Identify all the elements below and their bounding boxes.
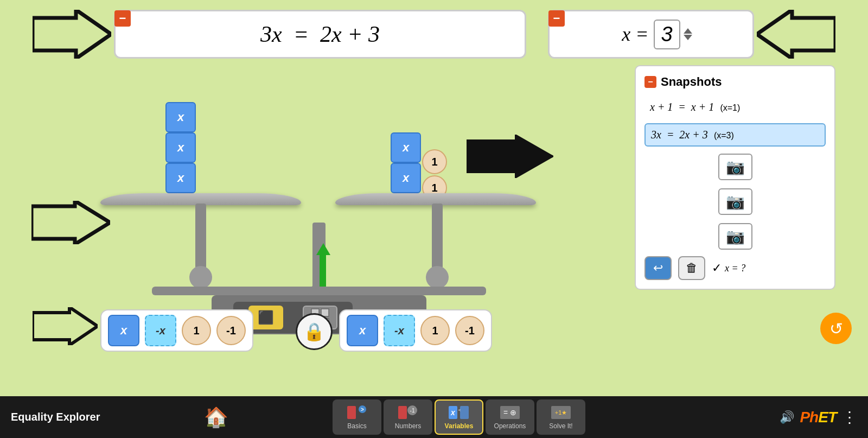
toolbar-left-x[interactable]: x [108, 315, 139, 346]
snapshots-panel: − Snapshots x + 1 = x + 1 (x=1) 3x = 2x … [635, 65, 835, 290]
scale-right-x2[interactable]: x [391, 132, 421, 163]
bottom-bar: Equality Explorer 🏠 > Basics -1 Numbers [0, 396, 868, 438]
spinner-arrows [684, 28, 692, 40]
check-x-label: ✓ x = ? [712, 261, 745, 275]
snapshots-title: − Snapshots [644, 75, 826, 89]
spinner-up[interactable] [684, 28, 692, 34]
tab-numbers[interactable]: -1 Numbers [384, 399, 432, 435]
tab-numbers-label: Numbers [395, 422, 422, 430]
main-equation-text: 3x = 2x + 3 [260, 21, 380, 47]
scale-left-x3[interactable]: x [165, 102, 196, 132]
delete-button[interactable]: 🗑 [678, 256, 705, 280]
scale-right-pillar [432, 204, 443, 269]
numbers-icon: -1 [397, 405, 419, 420]
minus-badge-left[interactable]: − [114, 10, 131, 27]
items-toolbar-left: x -x 1 -1 [100, 309, 253, 352]
svg-marker-3 [467, 135, 553, 178]
toolbar-right-one[interactable]: 1 [420, 316, 450, 345]
snapshot-empty-1: 📷 [644, 152, 826, 181]
toolbar-left-nx[interactable]: -x [145, 315, 176, 346]
svg-text:x: x [450, 408, 456, 417]
scale-up-arrow-head [316, 243, 330, 255]
snapshot-1-equation: x + 1 = x + 1 [650, 101, 714, 113]
solve-it-icon: +1★ [550, 405, 572, 420]
scale-right-one1[interactable]: 1 [422, 149, 447, 174]
tab-basics[interactable]: > Basics [333, 399, 381, 435]
items-toolbar-arrow [33, 307, 98, 347]
svg-text:+1★: +1★ [555, 409, 567, 416]
right-arrow [757, 10, 835, 61]
svg-text:<: < [458, 408, 461, 412]
tab-operations-label: Operations [494, 422, 526, 430]
x-value-spinner[interactable]: 3 [654, 20, 680, 49]
toolbar-left-one[interactable]: 1 [182, 316, 211, 345]
toolbar-right-nx[interactable]: -x [384, 315, 415, 346]
toolbar-right-x[interactable]: x [347, 315, 378, 346]
snapshots-title-text: Snapshots [661, 75, 722, 89]
tab-solve-it[interactable]: +1★ Solve It! [537, 399, 585, 435]
svg-text:>: > [361, 407, 364, 412]
svg-marker-2 [31, 201, 110, 244]
svg-rect-10 [347, 406, 356, 419]
svg-rect-18 [460, 406, 469, 419]
x-value-label: x = [622, 23, 653, 46]
snapshot-item-2[interactable]: 3x = 2x + 3 (x=3) [644, 123, 826, 147]
svg-marker-0 [33, 10, 111, 59]
variables-icon: x < [448, 405, 470, 420]
spinner-down[interactable] [684, 35, 692, 40]
toolbar-left-neg-one[interactable]: -1 [216, 316, 246, 345]
tab-solve-it-label: Solve It! [549, 422, 572, 430]
undo-button[interactable]: ↩ [644, 256, 672, 280]
sound-button[interactable]: 🔊 [780, 410, 794, 424]
main-equation-box: − 3x = 2x + 3 [114, 10, 526, 59]
scale-up-arrow-body [320, 255, 326, 287]
tab-operations[interactable]: = ⊕ Operations [486, 399, 534, 435]
svg-rect-13 [398, 406, 407, 419]
svg-text:-1: -1 [410, 408, 415, 414]
app-title: Equality Explorer [11, 411, 100, 423]
items-toolbar-right: x -x 1 -1 [339, 309, 492, 352]
toolbar-right-neg-one[interactable]: -1 [455, 316, 484, 345]
scale-left-arrow [31, 201, 110, 246]
scale-left-pillar [195, 204, 206, 269]
snapshots-footer: ↩ 🗑 ✓ x = ? [644, 256, 826, 280]
camera-btn-1[interactable]: 📷 [718, 154, 752, 180]
scale-left-x2[interactable]: x [165, 132, 196, 163]
scale-right-x1[interactable]: x [391, 163, 421, 193]
main-area: − 3x = 2x + 3 − x = 3 − Snapshots x + 1 … [0, 0, 868, 396]
svg-text:= ⊕: = ⊕ [503, 408, 516, 417]
operations-icon: = ⊕ [499, 405, 521, 420]
camera-btn-3[interactable]: 📷 [718, 223, 752, 250]
snapshot-2-annotation: (x=3) [714, 131, 734, 140]
scale-right-joint [426, 266, 449, 289]
scale-left-x1[interactable]: x [165, 163, 196, 193]
snapshot-2-equation: 3x = 2x + 3 [651, 129, 708, 141]
scale-left-joint [189, 266, 212, 289]
phet-logo: PhET [800, 409, 837, 426]
svg-marker-9 [33, 307, 98, 345]
eraser-button[interactable]: ⬛ [248, 306, 283, 329]
camera-btn-2[interactable]: 📷 [718, 188, 752, 215]
home-button[interactable]: 🏠 [197, 399, 235, 435]
check-x-text: x = ? [725, 263, 745, 274]
tab-variables[interactable]: x < Variables [435, 399, 483, 435]
x-value-box: − x = 3 [548, 10, 754, 59]
nav-tabs: > Basics -1 Numbers x < Variables [333, 399, 585, 435]
snapshot-empty-2: 📷 [644, 187, 826, 216]
snapshot-item-1[interactable]: x + 1 = x + 1 (x=1) [644, 97, 826, 118]
tab-basics-label: Basics [347, 422, 366, 430]
snapshot-empty-3: 📷 [644, 221, 826, 251]
minus-badge-right[interactable]: − [548, 10, 565, 27]
more-options-button[interactable]: ⋮ [842, 408, 857, 426]
snapshot-select-arrow [467, 135, 553, 180]
snapshots-minus[interactable]: − [644, 76, 656, 88]
basics-icon: > [346, 405, 368, 420]
snapshot-1-annotation: (x=1) [720, 103, 740, 112]
reset-button[interactable]: ↺ [820, 313, 852, 344]
lock-button[interactable]: 🔒 [296, 313, 333, 350]
x-value-display: 3 [661, 23, 673, 46]
svg-marker-1 [757, 10, 835, 59]
left-arrow [33, 10, 111, 61]
tab-variables-label: Variables [445, 422, 474, 430]
